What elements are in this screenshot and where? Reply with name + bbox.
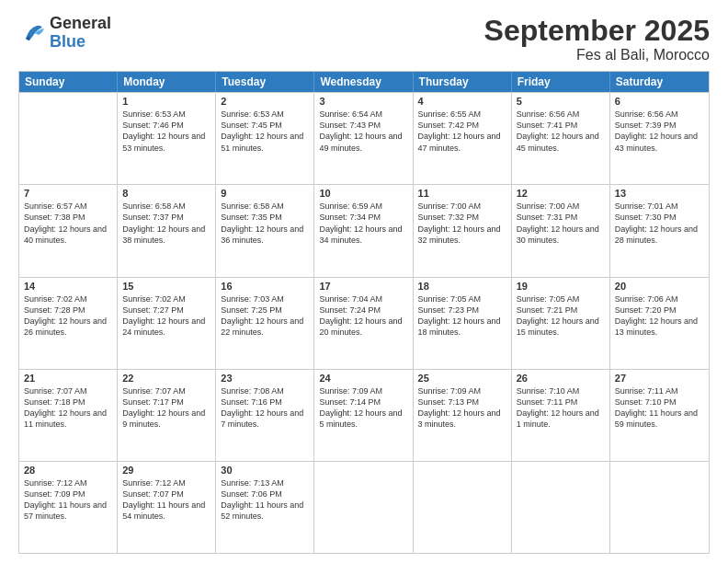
cell-day-number: 30 [221, 465, 309, 476]
cell-day-number: 14 [24, 281, 112, 292]
cell-sun-info: Sunrise: 7:10 AM Sunset: 7:11 PM Dayligh… [517, 385, 605, 431]
calendar-cell: 2Sunrise: 6:53 AM Sunset: 7:45 PM Daylig… [216, 93, 314, 184]
calendar-cell: 24Sunrise: 7:09 AM Sunset: 7:14 PM Dayli… [314, 370, 413, 461]
cell-sun-info: Sunrise: 7:07 AM Sunset: 7:18 PM Dayligh… [24, 385, 112, 431]
cell-day-number: 10 [319, 188, 407, 199]
calendar-header: SundayMondayTuesdayWednesdayThursdayFrid… [19, 72, 709, 92]
calendar-cell: 29Sunrise: 7:12 AM Sunset: 7:07 PM Dayli… [118, 462, 216, 553]
calendar-cell: 22Sunrise: 7:07 AM Sunset: 7:17 PM Dayli… [118, 370, 216, 461]
cell-sun-info: Sunrise: 7:05 AM Sunset: 7:23 PM Dayligh… [418, 293, 506, 339]
page: General Blue September 2025 Fes al Bali,… [0, 0, 728, 563]
cell-day-number: 18 [418, 281, 506, 292]
calendar-cell: 4Sunrise: 6:55 AM Sunset: 7:42 PM Daylig… [414, 93, 512, 184]
cell-sun-info: Sunrise: 7:12 AM Sunset: 7:07 PM Dayligh… [122, 477, 210, 523]
month-title: September 2025 [484, 15, 710, 47]
calendar-cell: 25Sunrise: 7:09 AM Sunset: 7:13 PM Dayli… [414, 370, 512, 461]
cell-day-number: 11 [418, 188, 506, 199]
calendar-cell: 30Sunrise: 7:13 AM Sunset: 7:06 PM Dayli… [216, 462, 314, 553]
cell-sun-info: Sunrise: 7:00 AM Sunset: 7:32 PM Dayligh… [418, 201, 506, 246]
cell-day-number: 5 [517, 96, 605, 107]
calendar-cell: 12Sunrise: 7:00 AM Sunset: 7:31 PM Dayli… [512, 185, 610, 276]
cell-sun-info: Sunrise: 7:11 AM Sunset: 7:10 PM Dayligh… [615, 385, 704, 431]
calendar-cell [610, 462, 709, 553]
cell-day-number: 20 [615, 281, 704, 292]
calendar-cell: 21Sunrise: 7:07 AM Sunset: 7:18 PM Dayli… [19, 370, 118, 461]
cell-day-number: 3 [319, 96, 407, 107]
calendar-week-1: 1Sunrise: 6:53 AM Sunset: 7:46 PM Daylig… [19, 92, 709, 184]
cell-day-number: 29 [122, 465, 210, 476]
cell-day-number: 13 [615, 188, 704, 199]
calendar-cell: 5Sunrise: 6:56 AM Sunset: 7:41 PM Daylig… [512, 93, 610, 184]
logo-text-general: General [50, 15, 111, 33]
cell-sun-info: Sunrise: 7:04 AM Sunset: 7:24 PM Dayligh… [319, 293, 407, 339]
calendar-week-5: 28Sunrise: 7:12 AM Sunset: 7:09 PM Dayli… [19, 461, 709, 553]
calendar-cell: 14Sunrise: 7:02 AM Sunset: 7:28 PM Dayli… [19, 278, 118, 369]
logo-text-blue: Blue [50, 33, 111, 52]
cell-day-number: 6 [615, 96, 704, 107]
cell-sun-info: Sunrise: 6:57 AM Sunset: 7:38 PM Dayligh… [24, 201, 112, 246]
header: General Blue September 2025 Fes al Bali,… [18, 15, 710, 63]
day-header-friday: Friday [512, 72, 610, 92]
cell-sun-info: Sunrise: 7:03 AM Sunset: 7:25 PM Dayligh… [221, 293, 309, 339]
calendar-cell [314, 462, 413, 553]
location: Fes al Bali, Morocco [484, 47, 710, 63]
calendar-cell: 16Sunrise: 7:03 AM Sunset: 7:25 PM Dayli… [216, 278, 314, 369]
cell-sun-info: Sunrise: 7:06 AM Sunset: 7:20 PM Dayligh… [615, 293, 704, 339]
cell-sun-info: Sunrise: 7:01 AM Sunset: 7:30 PM Dayligh… [615, 201, 704, 246]
cell-sun-info: Sunrise: 6:58 AM Sunset: 7:37 PM Dayligh… [122, 201, 210, 246]
calendar-cell: 13Sunrise: 7:01 AM Sunset: 7:30 PM Dayli… [610, 185, 709, 276]
cell-day-number: 21 [24, 373, 112, 384]
day-header-thursday: Thursday [414, 72, 512, 92]
cell-sun-info: Sunrise: 6:55 AM Sunset: 7:42 PM Dayligh… [418, 109, 506, 154]
cell-day-number: 26 [517, 373, 605, 384]
cell-sun-info: Sunrise: 6:59 AM Sunset: 7:34 PM Dayligh… [319, 201, 407, 246]
cell-day-number: 24 [319, 373, 407, 384]
cell-day-number: 19 [517, 281, 605, 292]
cell-day-number: 4 [418, 96, 506, 107]
day-header-sunday: Sunday [19, 72, 118, 92]
calendar-cell [512, 462, 610, 553]
calendar-cell [19, 93, 118, 184]
calendar-cell: 20Sunrise: 7:06 AM Sunset: 7:20 PM Dayli… [610, 278, 709, 369]
calendar-cell: 15Sunrise: 7:02 AM Sunset: 7:27 PM Dayli… [118, 278, 216, 369]
calendar-cell: 23Sunrise: 7:08 AM Sunset: 7:16 PM Dayli… [216, 370, 314, 461]
cell-day-number: 8 [122, 188, 210, 199]
cell-day-number: 23 [221, 373, 309, 384]
calendar-week-4: 21Sunrise: 7:07 AM Sunset: 7:18 PM Dayli… [19, 369, 709, 461]
calendar-cell: 6Sunrise: 6:56 AM Sunset: 7:39 PM Daylig… [610, 93, 709, 184]
cell-sun-info: Sunrise: 6:53 AM Sunset: 7:45 PM Dayligh… [221, 109, 309, 154]
calendar-cell [414, 462, 512, 553]
calendar-cell: 27Sunrise: 7:11 AM Sunset: 7:10 PM Dayli… [610, 370, 709, 461]
cell-day-number: 16 [221, 281, 309, 292]
calendar-body: 1Sunrise: 6:53 AM Sunset: 7:46 PM Daylig… [19, 92, 709, 553]
calendar-week-3: 14Sunrise: 7:02 AM Sunset: 7:28 PM Dayli… [19, 277, 709, 369]
calendar-cell: 9Sunrise: 6:58 AM Sunset: 7:35 PM Daylig… [216, 185, 314, 276]
day-header-tuesday: Tuesday [216, 72, 314, 92]
calendar-cell: 1Sunrise: 6:53 AM Sunset: 7:46 PM Daylig… [118, 93, 216, 184]
day-header-saturday: Saturday [610, 72, 709, 92]
cell-day-number: 7 [24, 188, 112, 199]
cell-sun-info: Sunrise: 6:56 AM Sunset: 7:39 PM Dayligh… [615, 109, 704, 154]
calendar-cell: 11Sunrise: 7:00 AM Sunset: 7:32 PM Dayli… [414, 185, 512, 276]
cell-day-number: 17 [319, 281, 407, 292]
cell-day-number: 2 [221, 96, 309, 107]
calendar-cell: 8Sunrise: 6:58 AM Sunset: 7:37 PM Daylig… [118, 185, 216, 276]
cell-sun-info: Sunrise: 7:05 AM Sunset: 7:21 PM Dayligh… [517, 293, 605, 339]
calendar-cell: 18Sunrise: 7:05 AM Sunset: 7:23 PM Dayli… [414, 278, 512, 369]
cell-day-number: 25 [418, 373, 506, 384]
cell-sun-info: Sunrise: 7:00 AM Sunset: 7:31 PM Dayligh… [517, 201, 605, 246]
cell-day-number: 12 [517, 188, 605, 199]
cell-sun-info: Sunrise: 7:13 AM Sunset: 7:06 PM Dayligh… [221, 477, 309, 523]
cell-sun-info: Sunrise: 6:53 AM Sunset: 7:46 PM Dayligh… [122, 109, 210, 154]
cell-sun-info: Sunrise: 7:07 AM Sunset: 7:17 PM Dayligh… [122, 385, 210, 431]
cell-sun-info: Sunrise: 7:09 AM Sunset: 7:14 PM Dayligh… [319, 385, 407, 431]
cell-sun-info: Sunrise: 7:08 AM Sunset: 7:16 PM Dayligh… [221, 385, 309, 431]
title-block: September 2025 Fes al Bali, Morocco [484, 15, 710, 63]
cell-sun-info: Sunrise: 6:56 AM Sunset: 7:41 PM Dayligh… [517, 109, 605, 154]
cell-day-number: 22 [122, 373, 210, 384]
cell-day-number: 28 [24, 465, 112, 476]
cell-sun-info: Sunrise: 7:02 AM Sunset: 7:28 PM Dayligh… [24, 293, 112, 339]
calendar-cell: 10Sunrise: 6:59 AM Sunset: 7:34 PM Dayli… [314, 185, 413, 276]
calendar: SundayMondayTuesdayWednesdayThursdayFrid… [18, 71, 710, 554]
calendar-cell: 17Sunrise: 7:04 AM Sunset: 7:24 PM Dayli… [314, 278, 413, 369]
